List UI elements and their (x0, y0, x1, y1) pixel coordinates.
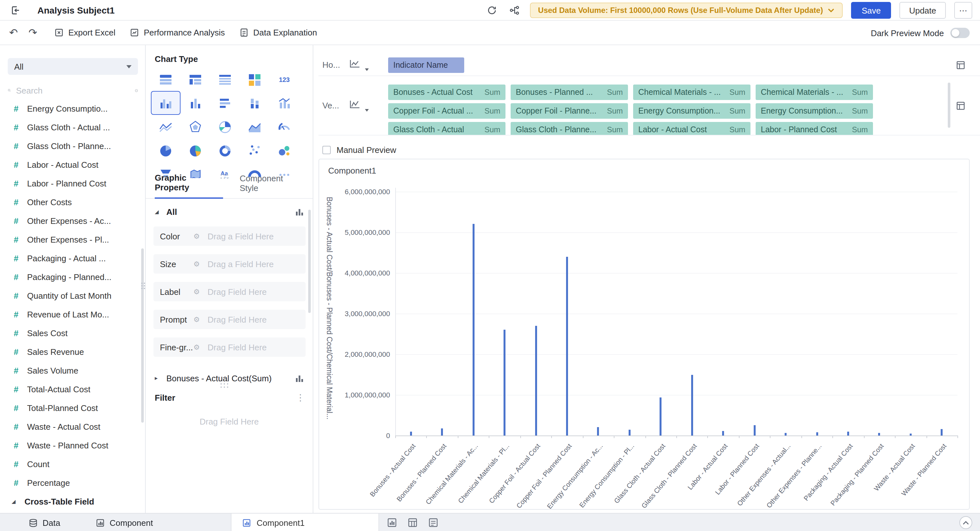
chart-type-rose[interactable] (210, 115, 240, 139)
shelf-settings-icon[interactable] (956, 100, 966, 111)
horizontal-axis-icon[interactable] (348, 59, 361, 70)
chart-type-line[interactable] (151, 115, 181, 139)
vertical-well-scrollbar[interactable] (948, 83, 950, 128)
bar-0[interactable] (410, 431, 412, 435)
sidebar-field-item[interactable]: # Count (0, 455, 145, 474)
sidebar-field-item[interactable]: # Glass Cloth - Planne... (0, 137, 145, 155)
bar-14[interactable] (847, 431, 849, 435)
refresh-icon[interactable] (485, 3, 499, 18)
gear-icon[interactable]: ⚙ (193, 343, 200, 351)
chart-type-combo[interactable] (269, 91, 299, 115)
export-excel-button[interactable]: Export Excel (54, 28, 115, 37)
chart-type-table[interactable] (151, 67, 181, 91)
chart-type-stacked-column[interactable] (240, 91, 269, 115)
bar-11[interactable] (753, 426, 755, 436)
tab-component1[interactable]: Component1 (231, 513, 379, 531)
bar-17[interactable] (941, 429, 943, 435)
measure-pill[interactable]: Bonuses - Planned ... Sum (511, 85, 628, 100)
tab-graphic-property[interactable]: Graphic Property (155, 173, 223, 199)
component-chart-card[interactable]: Component1 Bonuses - Actual Cost/Bonuses… (318, 159, 970, 510)
chart-type-pie-multi[interactable] (181, 139, 210, 163)
sidebar-field-item[interactable]: # Sales Volume (0, 361, 145, 380)
measure-pill[interactable]: Copper Foil - Planne... Sum (511, 103, 628, 119)
prop-row-label[interactable]: Label ⚙ Drag Field Here (153, 282, 305, 301)
update-button[interactable]: Update (899, 2, 946, 19)
measure-pill[interactable]: Labor - Planned Cost Sum (756, 122, 873, 136)
vertical-axis-icon[interactable] (348, 99, 361, 110)
add-text-icon[interactable] (428, 517, 438, 528)
search-options-icon[interactable] (135, 86, 138, 95)
measure-pill[interactable]: Copper Foil - Actual ... Sum (388, 103, 506, 119)
field-scope-select[interactable]: All (8, 58, 138, 75)
data-lineage-icon[interactable] (507, 3, 521, 18)
filter-menu-icon[interactable]: ⋮ (296, 392, 305, 403)
chart-type-area[interactable] (240, 115, 269, 139)
component-tab[interactable]: Component (95, 513, 153, 531)
bar-1[interactable] (441, 429, 443, 435)
chart-type-bubble[interactable] (269, 139, 299, 163)
prop-row-prompt[interactable]: Prompt ⚙ Drag Field Here (153, 310, 305, 329)
sidebar-resize-handle[interactable] (141, 282, 146, 290)
dark-preview-toggle[interactable] (950, 28, 970, 38)
chart-type-grouped-column[interactable] (151, 91, 181, 115)
bar-7[interactable] (628, 430, 630, 435)
prop-row-size[interactable]: Size ⚙ Drag a Field Here (153, 254, 305, 274)
bar-2[interactable] (472, 224, 474, 435)
chart-type-cross-table[interactable] (181, 67, 210, 91)
sidebar-field-item[interactable]: # Labor - Actual Cost (0, 155, 145, 174)
bar-5[interactable] (566, 257, 568, 435)
performance-analysis-button[interactable]: Performance Analysis (130, 28, 225, 37)
more-button[interactable]: ⋯ (954, 2, 972, 19)
bar-15[interactable] (878, 433, 880, 435)
sidebar-scrollbar[interactable] (141, 249, 144, 423)
sidebar-field-item[interactable]: # Sales Revenue (0, 343, 145, 361)
measure-pill[interactable]: Chemical Materials - ... Sum (756, 85, 873, 100)
bar-3[interactable] (504, 330, 506, 435)
manual-preview-checkbox[interactable] (322, 145, 331, 154)
sidebar-field-item[interactable]: # Labor - Planned Cost (0, 174, 145, 193)
gear-icon[interactable]: ⚙ (193, 315, 200, 324)
undo-icon[interactable]: ↶ (6, 26, 21, 40)
prop-row-color[interactable]: Color ⚙ Drag a Field Here (153, 226, 305, 246)
search-input[interactable] (16, 86, 130, 95)
collapse-panel-button[interactable] (959, 516, 972, 529)
add-table-icon[interactable] (407, 517, 418, 528)
chart-type-scatter[interactable] (240, 139, 269, 163)
measure-pill[interactable]: Glass Cloth - Planne... Sum (511, 122, 628, 136)
chart-type-radar[interactable] (181, 115, 210, 139)
sidebar-field-item[interactable]: # Sales Cost (0, 324, 145, 343)
sidebar-field-item[interactable]: # Packaging - Planned... (0, 268, 145, 287)
measure-pill[interactable]: Energy Consumption... Sum (756, 103, 873, 119)
section-all[interactable]: ◢ All (155, 205, 304, 218)
measure-pill[interactable]: Glass Cloth - Actual Sum (388, 122, 506, 136)
sidebar-field-item[interactable]: # Quantity of Last Month (0, 287, 145, 305)
bar-9[interactable] (691, 375, 693, 435)
sidebar-field-item[interactable]: # Glass Cloth - Actual ... (0, 118, 145, 137)
section-measure[interactable]: ▸ Bonuses - Actual Cost(Sum) (155, 372, 304, 384)
chart-type-pie[interactable] (151, 139, 181, 163)
bar-6[interactable] (597, 427, 599, 435)
bar-4[interactable] (535, 326, 537, 435)
bar-13[interactable] (816, 432, 818, 435)
gear-icon[interactable]: ⚙ (193, 232, 200, 240)
gear-icon[interactable]: ⚙ (193, 287, 200, 296)
bar-16[interactable] (910, 434, 912, 435)
sidebar-field-item[interactable]: # Other Expenses - Pl... (0, 230, 145, 249)
dimension-pill[interactable]: Indicator Name (388, 57, 464, 73)
sidebar-field-item[interactable]: # Revenue of Last Mo... (0, 305, 145, 324)
redo-icon[interactable]: ↷ (26, 26, 40, 40)
measure-pill[interactable]: Energy Consumption... Sum (633, 103, 751, 119)
chart-type-kpi-number[interactable]: 123 (269, 67, 299, 91)
chart-type-donut[interactable] (210, 139, 240, 163)
bar-8[interactable] (660, 397, 662, 435)
measure-pill[interactable]: Bonuses - Actual Cost Sum (388, 85, 506, 100)
prop-row-finegr[interactable]: Fine-gr... ⚙ Drag Field Here (153, 337, 305, 357)
filter-resize-handle[interactable] (221, 383, 230, 390)
data-volume-banner[interactable]: Used Data Volume: First 10000,000 Rows (… (530, 3, 843, 18)
sidebar-group-cross-table-field[interactable]: ◢ Cross-Table Field (0, 492, 145, 511)
measure-pill[interactable]: Labor - Actual Cost Sum (633, 122, 751, 136)
sidebar-field-item[interactable]: # Other Expenses - Ac... (0, 212, 145, 230)
sidebar-field-item[interactable]: # Total-Actual Cost (0, 380, 145, 399)
sidebar-field-item[interactable]: # Waste - Actual Cost (0, 418, 145, 436)
config-panel-scrollbar[interactable] (308, 210, 311, 313)
